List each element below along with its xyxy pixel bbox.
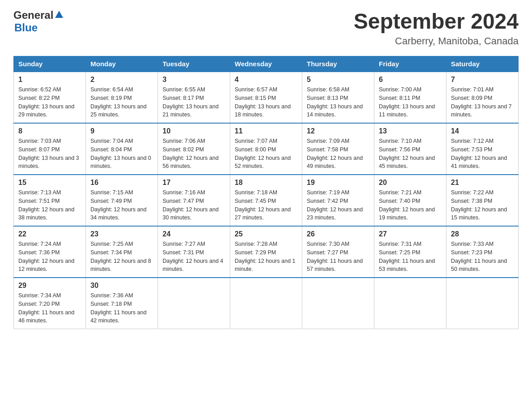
calendar-cell: 16Sunrise: 7:15 AMSunset: 7:49 PMDayligh…: [86, 175, 158, 226]
day-info: Sunrise: 7:24 AMSunset: 7:36 PMDaylight:…: [18, 240, 81, 274]
day-info: Sunrise: 7:28 AMSunset: 7:29 PMDaylight:…: [235, 240, 297, 274]
day-number: 26: [307, 230, 369, 238]
logo: General Blue: [13, 9, 64, 34]
week-row-4: 22Sunrise: 7:24 AMSunset: 7:36 PMDayligh…: [14, 226, 519, 278]
calendar-cell: 21Sunrise: 7:22 AMSunset: 7:38 PMDayligh…: [446, 175, 519, 226]
calendar-cell: 2Sunrise: 6:54 AMSunset: 8:19 PMDaylight…: [86, 72, 158, 123]
day-info: Sunrise: 7:18 AMSunset: 7:45 PMDaylight:…: [235, 188, 297, 222]
day-header-tuesday: Tuesday: [158, 56, 230, 72]
day-number: 27: [379, 230, 442, 238]
day-header-sunday: Sunday: [14, 56, 86, 72]
calendar-cell: 3Sunrise: 6:55 AMSunset: 8:17 PMDaylight…: [158, 72, 230, 123]
day-info: Sunrise: 7:16 AMSunset: 7:47 PMDaylight:…: [163, 188, 225, 222]
calendar-cell: 19Sunrise: 7:19 AMSunset: 7:42 PMDayligh…: [302, 175, 374, 226]
logo-blue-text: Blue: [14, 21, 38, 34]
calendar-cell: 9Sunrise: 7:04 AMSunset: 8:04 PMDaylight…: [86, 123, 158, 175]
calendar-cell: 10Sunrise: 7:06 AMSunset: 8:02 PMDayligh…: [158, 123, 230, 175]
day-number: 19: [307, 179, 369, 187]
day-number: 11: [235, 127, 297, 135]
calendar-cell: 27Sunrise: 7:31 AMSunset: 7:25 PMDayligh…: [374, 226, 446, 278]
day-number: 23: [90, 230, 153, 238]
calendar-cell: 30Sunrise: 7:36 AMSunset: 7:18 PMDayligh…: [86, 278, 158, 329]
calendar-cell: 23Sunrise: 7:25 AMSunset: 7:34 PMDayligh…: [86, 226, 158, 278]
day-info: Sunrise: 7:12 AMSunset: 7:53 PMDaylight:…: [451, 137, 514, 171]
calendar-cell: 18Sunrise: 7:18 AMSunset: 7:45 PMDayligh…: [230, 175, 302, 226]
calendar-cell: [374, 278, 446, 329]
calendar-cell: [158, 278, 230, 329]
day-info: Sunrise: 7:19 AMSunset: 7:42 PMDaylight:…: [307, 188, 369, 222]
day-number: 4: [235, 76, 297, 84]
calendar-cell: 8Sunrise: 7:03 AMSunset: 8:07 PMDaylight…: [14, 123, 86, 175]
calendar-cell: 14Sunrise: 7:12 AMSunset: 7:53 PMDayligh…: [446, 123, 519, 175]
day-header-friday: Friday: [374, 56, 446, 72]
day-header-monday: Monday: [86, 56, 158, 72]
calendar-cell: 26Sunrise: 7:30 AMSunset: 7:27 PMDayligh…: [302, 226, 374, 278]
calendar-cell: 20Sunrise: 7:21 AMSunset: 7:40 PMDayligh…: [374, 175, 446, 226]
title-block: September 2024 Carberry, Manitoba, Canad…: [354, 9, 519, 47]
day-info: Sunrise: 7:06 AMSunset: 8:02 PMDaylight:…: [163, 137, 225, 171]
day-number: 2: [90, 76, 153, 84]
day-info: Sunrise: 6:58 AMSunset: 8:13 PMDaylight:…: [307, 86, 369, 119]
day-number: 8: [18, 127, 81, 135]
day-info: Sunrise: 7:04 AMSunset: 8:04 PMDaylight:…: [90, 137, 153, 171]
calendar-cell: 29Sunrise: 7:34 AMSunset: 7:20 PMDayligh…: [14, 278, 86, 329]
day-info: Sunrise: 7:22 AMSunset: 7:38 PMDaylight:…: [451, 188, 514, 222]
page-header: General Blue September 2024 Carberry, Ma…: [13, 9, 519, 47]
day-info: Sunrise: 6:55 AMSunset: 8:17 PMDaylight:…: [163, 86, 225, 119]
day-number: 5: [307, 76, 369, 84]
day-info: Sunrise: 7:31 AMSunset: 7:25 PMDaylight:…: [379, 240, 442, 274]
day-info: Sunrise: 7:36 AMSunset: 7:18 PMDaylight:…: [90, 291, 153, 325]
day-info: Sunrise: 7:21 AMSunset: 7:40 PMDaylight:…: [379, 188, 442, 222]
day-number: 24: [163, 230, 225, 238]
day-info: Sunrise: 7:30 AMSunset: 7:27 PMDaylight:…: [307, 240, 369, 274]
day-info: Sunrise: 6:52 AMSunset: 8:22 PMDaylight:…: [18, 86, 81, 119]
calendar-cell: 1Sunrise: 6:52 AMSunset: 8:22 PMDaylight…: [14, 72, 86, 123]
calendar-cell: 4Sunrise: 6:57 AMSunset: 8:15 PMDaylight…: [230, 72, 302, 123]
calendar-subtitle: Carberry, Manitoba, Canada: [354, 35, 519, 47]
day-number: 1: [18, 76, 81, 84]
calendar-cell: 5Sunrise: 6:58 AMSunset: 8:13 PMDaylight…: [302, 72, 374, 123]
logo-general-text: General: [13, 9, 53, 21]
day-info: Sunrise: 6:57 AMSunset: 8:15 PMDaylight:…: [235, 86, 297, 119]
day-info: Sunrise: 7:00 AMSunset: 8:11 PMDaylight:…: [379, 86, 442, 119]
day-number: 17: [163, 179, 225, 187]
day-header-wednesday: Wednesday: [230, 56, 302, 72]
day-info: Sunrise: 7:33 AMSunset: 7:23 PMDaylight:…: [451, 240, 514, 274]
calendar-cell: [446, 278, 519, 329]
day-info: Sunrise: 7:15 AMSunset: 7:49 PMDaylight:…: [90, 188, 153, 222]
calendar-cell: [230, 278, 302, 329]
day-number: 3: [163, 76, 225, 84]
day-info: Sunrise: 7:07 AMSunset: 8:00 PMDaylight:…: [235, 137, 297, 171]
day-header-saturday: Saturday: [446, 56, 519, 72]
day-info: Sunrise: 7:34 AMSunset: 7:20 PMDaylight:…: [18, 291, 81, 325]
calendar-cell: 15Sunrise: 7:13 AMSunset: 7:51 PMDayligh…: [14, 175, 86, 226]
day-number: 21: [451, 179, 514, 187]
day-number: 25: [235, 230, 297, 238]
calendar-cell: 12Sunrise: 7:09 AMSunset: 7:58 PMDayligh…: [302, 123, 374, 175]
calendar-cell: 24Sunrise: 7:27 AMSunset: 7:31 PMDayligh…: [158, 226, 230, 278]
day-info: Sunrise: 7:09 AMSunset: 7:58 PMDaylight:…: [307, 137, 369, 171]
day-number: 28: [451, 230, 514, 238]
day-number: 30: [90, 282, 153, 290]
svg-marker-0: [55, 11, 63, 18]
day-number: 16: [90, 179, 153, 187]
day-info: Sunrise: 7:01 AMSunset: 8:09 PMDaylight:…: [451, 86, 514, 119]
day-number: 22: [18, 230, 81, 238]
day-number: 18: [235, 179, 297, 187]
day-number: 12: [307, 127, 369, 135]
day-number: 20: [379, 179, 442, 187]
day-number: 14: [451, 127, 514, 135]
week-row-1: 1Sunrise: 6:52 AMSunset: 8:22 PMDaylight…: [14, 72, 519, 123]
calendar-cell: 22Sunrise: 7:24 AMSunset: 7:36 PMDayligh…: [14, 226, 86, 278]
week-row-5: 29Sunrise: 7:34 AMSunset: 7:20 PMDayligh…: [14, 278, 519, 329]
calendar-cell: 6Sunrise: 7:00 AMSunset: 8:11 PMDaylight…: [374, 72, 446, 123]
calendar-cell: 11Sunrise: 7:07 AMSunset: 8:00 PMDayligh…: [230, 123, 302, 175]
week-row-3: 15Sunrise: 7:13 AMSunset: 7:51 PMDayligh…: [14, 175, 519, 226]
calendar-cell: 25Sunrise: 7:28 AMSunset: 7:29 PMDayligh…: [230, 226, 302, 278]
day-header-thursday: Thursday: [302, 56, 374, 72]
calendar-cell: [302, 278, 374, 329]
day-number: 9: [90, 127, 153, 135]
day-info: Sunrise: 7:13 AMSunset: 7:51 PMDaylight:…: [18, 188, 81, 222]
day-number: 13: [379, 127, 442, 135]
day-number: 29: [18, 282, 81, 290]
